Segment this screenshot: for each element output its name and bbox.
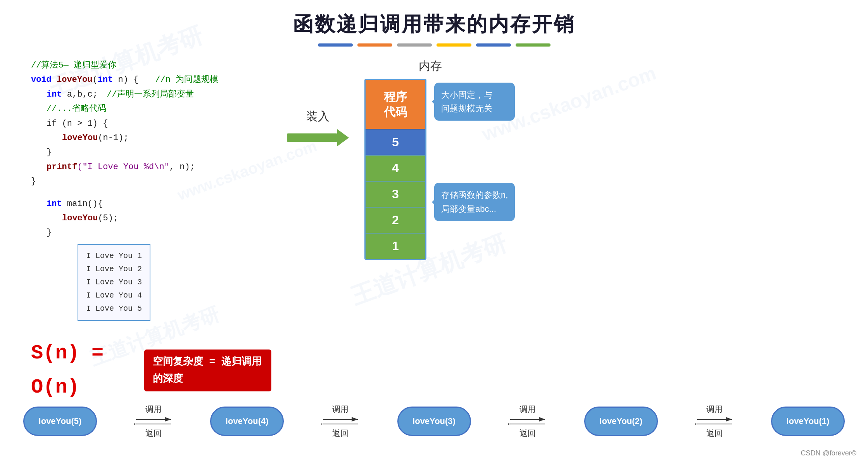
- code-line3: //...省略代码: [31, 102, 271, 116]
- code-comment1: //算法5— 递归型爱你: [31, 58, 271, 73]
- color-bar: [0, 43, 868, 47]
- color-bar-item-6: [516, 43, 550, 47]
- output-line-5: I Love You 5: [86, 302, 142, 315]
- memory-program-code: 程序代码: [366, 80, 425, 129]
- load-arrow-svg: [287, 128, 349, 147]
- chain-node-1: loveYou(1): [771, 407, 845, 436]
- code-line5: loveYou(n-1);: [31, 131, 271, 145]
- recursion-chain: loveYou(5) 调用 返回 loveYou(4) 调用 返回 loveYo: [23, 404, 845, 439]
- chain-node-4: loveYou(4): [210, 407, 284, 436]
- page-title: 函数递归调用带来的内存开销: [0, 0, 868, 38]
- output-box: I Love You 1 I Love You 2 I Love You 3 I…: [78, 244, 150, 321]
- chain-node-5: loveYou(5): [23, 407, 97, 436]
- code-line6: }: [31, 145, 271, 159]
- memory-stack-3: 3: [366, 181, 425, 207]
- svg-marker-2: [337, 129, 349, 146]
- output-line-3: I Love You 3: [86, 276, 142, 289]
- code-line7: printf("I Love You %d\n", n);: [31, 160, 271, 174]
- color-bar-item-2: [357, 43, 392, 47]
- middle-section: 装入: [279, 58, 357, 405]
- code-line1: void loveYou(int n) { //n 为问题规模: [31, 73, 271, 87]
- complexity-badge: 空间复杂度 = 递归调用的深度: [144, 350, 271, 391]
- output-line-4: I Love You 4: [86, 289, 142, 302]
- memory-stack-1: 1: [366, 233, 425, 259]
- color-bar-item-3: [397, 43, 432, 47]
- code-section: //算法5— 递归型爱你 void loveYou(int n) { //n 为…: [31, 58, 271, 405]
- load-label: 装入: [306, 109, 330, 125]
- code-line2: int a,b,c; //声明一系列局部变量: [31, 87, 271, 102]
- csdn-footer: CSDN @forever©: [801, 449, 856, 457]
- svg-rect-1: [287, 133, 337, 142]
- color-bar-item-1: [318, 43, 353, 47]
- code-main-call: loveYou(5);: [31, 211, 271, 225]
- memory-title: 内存: [287, 58, 574, 74]
- output-line-1: I Love You 1: [86, 249, 142, 263]
- chain-arrow-4: 调用 返回: [695, 404, 734, 439]
- chain-node-3: loveYou(3): [397, 407, 471, 436]
- chain-arrow-2: 调用 返回: [321, 404, 360, 439]
- color-bar-item-5: [476, 43, 511, 47]
- chain-node-2: loveYou(2): [584, 407, 658, 436]
- color-bar-item-4: [437, 43, 471, 47]
- complexity-formula: S(n) = O(n): [31, 336, 136, 405]
- code-line8: }: [31, 174, 271, 189]
- memory-section: 内存 程序代码 5 4 3 2 1 大小: [364, 58, 574, 405]
- callout-stack-frames: 存储函数的参数n,局部变量abc...: [434, 183, 515, 221]
- chain-arrow-3: 调用 返回: [508, 404, 547, 439]
- code-main-comment: int main(){: [31, 197, 271, 211]
- complexity-label: S(n) = O(n) 空间复杂度 = 递归调用的深度: [31, 336, 271, 405]
- memory-stack-5: 5: [366, 129, 425, 155]
- code-line4: if (n > 1) {: [31, 116, 271, 131]
- code-main-end: }: [31, 225, 271, 240]
- memory-stack: 程序代码 5 4 3 2 1: [364, 79, 426, 260]
- chain-arrow-1: 调用 返回: [134, 404, 173, 439]
- memory-stack-4: 4: [366, 155, 425, 181]
- callout-program-code: 大小固定，与问题规模无关: [434, 83, 515, 121]
- memory-stack-2: 2: [366, 207, 425, 233]
- output-line-2: I Love You 2: [86, 263, 142, 276]
